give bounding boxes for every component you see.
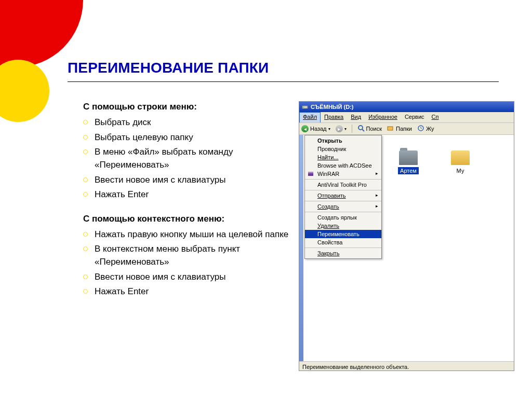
folder-grid: Артем Му bbox=[393, 150, 476, 174]
toolbar-separator bbox=[352, 125, 352, 133]
list-item: Ввести новое имя с клавиатуры bbox=[83, 271, 296, 284]
title-rule bbox=[68, 81, 499, 82]
menu-view[interactable]: Вид bbox=[347, 112, 365, 122]
folder-item[interactable]: Артем bbox=[393, 150, 424, 174]
folders-button[interactable]: Папки bbox=[387, 125, 412, 133]
svg-line-3 bbox=[362, 129, 364, 131]
text-column: С помощью строки меню: Выбрать диск Выбр… bbox=[83, 98, 296, 308]
menu-item-send[interactable]: Отправить bbox=[305, 191, 381, 200]
status-text: Переименование выделенного объекта. bbox=[302, 364, 409, 370]
explorer-window: СЪЁМНЫЙ (D:) Файл Правка Вид Избранное С… bbox=[299, 101, 514, 371]
menu-edit[interactable]: Правка bbox=[321, 112, 347, 122]
menu-item-acdsee[interactable]: Browse with ACDSee bbox=[305, 161, 381, 170]
menu-favorites[interactable]: Избранное bbox=[365, 112, 401, 122]
list-item: В контекстном меню выбрать пункт «Переим… bbox=[83, 243, 296, 268]
history-button[interactable]: Жу bbox=[417, 125, 434, 133]
menu-item-shortcut[interactable]: Создать ярлык bbox=[305, 213, 381, 222]
status-bar: Переименование выделенного объекта. bbox=[299, 361, 514, 371]
svg-rect-7 bbox=[308, 172, 313, 173]
window-titlebar[interactable]: СЪЁМНЫЙ (D:) bbox=[299, 102, 514, 112]
menu-item-new[interactable]: Создать bbox=[305, 202, 381, 211]
left-sidebar-strip bbox=[299, 135, 303, 361]
list-item: Ввести новое имя с клавиатуры bbox=[83, 174, 296, 187]
folder-item[interactable]: Му bbox=[445, 150, 476, 174]
section1-list: Выбрать диск Выбрать целевую папку В мен… bbox=[83, 116, 296, 201]
list-item: В меню «Файл» выбрать команду «Переимено… bbox=[83, 146, 296, 171]
folders-icon bbox=[387, 125, 394, 133]
svg-rect-4 bbox=[388, 127, 393, 130]
menubar: Файл Правка Вид Избранное Сервис Сп bbox=[299, 112, 514, 123]
forward-button[interactable]: ▸ ▾ bbox=[336, 125, 347, 132]
list-item: Выбрать диск bbox=[83, 116, 296, 129]
menu-item-close[interactable]: Закрыть bbox=[305, 249, 381, 257]
list-item: Нажать правую кнопку мыши на целевой пап… bbox=[83, 228, 296, 241]
menu-item-find[interactable]: Найти... bbox=[305, 153, 381, 161]
menu-item-rename[interactable]: Переименовать bbox=[305, 230, 381, 238]
back-icon: ◂ bbox=[301, 125, 309, 132]
forward-icon: ▸ bbox=[336, 125, 343, 132]
window-title: СЪЁМНЫЙ (D:) bbox=[311, 104, 354, 110]
drive-icon bbox=[301, 103, 309, 111]
file-dropdown-menu: Открыть Проводник Найти... Browse with A… bbox=[304, 135, 382, 259]
slide-title: ПЕРЕИМЕНОВАНИЕ ПАПКИ bbox=[68, 60, 516, 76]
list-item: Нажать Enter bbox=[83, 188, 296, 201]
menu-item-antiviral[interactable]: AntiViral Toolkit Pro bbox=[305, 181, 381, 189]
search-button[interactable]: Поиск bbox=[357, 125, 382, 133]
folder-label: Артем bbox=[398, 167, 419, 174]
menu-item-explorer[interactable]: Проводник bbox=[305, 145, 381, 153]
search-icon bbox=[357, 125, 365, 133]
menu-item-open[interactable]: Открыть bbox=[305, 136, 381, 145]
section2-list: Нажать правую кнопку мыши на целевой пап… bbox=[83, 228, 296, 298]
svg-rect-1 bbox=[303, 107, 304, 107]
decor-red-circle bbox=[0, 0, 83, 67]
menu-tools[interactable]: Сервис bbox=[401, 112, 428, 122]
menu-file[interactable]: Файл bbox=[299, 112, 321, 122]
toolbar: ◂ Назад ▾ ▸ ▾ Поиск Папки Жу bbox=[299, 123, 514, 135]
menu-item-delete[interactable]: Удалить bbox=[305, 222, 381, 230]
folder-label: Му bbox=[455, 167, 467, 174]
svg-point-2 bbox=[358, 126, 363, 130]
decor-yellow-circle bbox=[0, 60, 49, 122]
list-item: Выбрать целевую папку bbox=[83, 131, 296, 144]
section1-heading: С помощью строки меню: bbox=[83, 102, 296, 112]
client-area: Открыть Проводник Найти... Browse with A… bbox=[299, 135, 514, 361]
folder-icon bbox=[399, 150, 418, 165]
menu-item-winrar[interactable]: WinRAR bbox=[305, 170, 381, 178]
menu-item-properties[interactable]: Свойства bbox=[305, 238, 381, 246]
section2-heading: С помощью контекстного меню: bbox=[83, 214, 296, 224]
back-button[interactable]: ◂ Назад ▾ bbox=[301, 125, 330, 132]
folder-icon bbox=[451, 150, 470, 165]
winrar-icon bbox=[307, 170, 314, 177]
list-item: Нажать Enter bbox=[83, 285, 296, 298]
history-icon bbox=[417, 125, 424, 133]
menu-help[interactable]: Сп bbox=[428, 112, 443, 122]
